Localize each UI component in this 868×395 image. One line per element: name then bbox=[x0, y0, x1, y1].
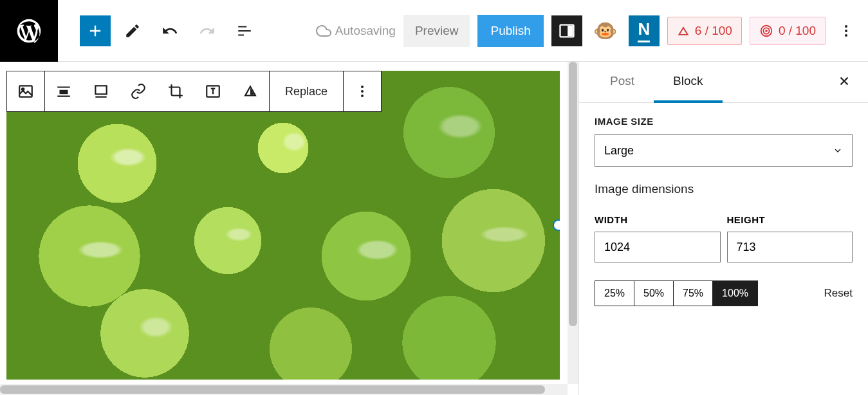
seo-score-badge[interactable]: 6 / 100 bbox=[667, 17, 742, 45]
height-input[interactable] bbox=[727, 232, 853, 262]
height-label: HEIGHT bbox=[727, 214, 853, 225]
svg-point-13 bbox=[361, 86, 364, 88]
image-size-select[interactable]: Large bbox=[595, 134, 853, 167]
reset-button[interactable]: Reset bbox=[824, 287, 853, 300]
duotone-button[interactable] bbox=[232, 71, 269, 111]
horizontal-scrollbar[interactable] bbox=[0, 384, 568, 395]
settings-sidebar-toggle[interactable] bbox=[551, 15, 582, 46]
chevron-down-icon bbox=[833, 145, 843, 156]
svg-point-6 bbox=[845, 30, 847, 32]
n-plugin-button[interactable]: N bbox=[629, 15, 660, 46]
text-overlay-button[interactable] bbox=[194, 71, 232, 111]
percent-75[interactable]: 75% bbox=[674, 281, 713, 306]
image-size-label: IMAGE SIZE bbox=[595, 116, 853, 127]
caption-button[interactable] bbox=[82, 71, 120, 111]
percent-button-group: 25% 50% 75% 100% bbox=[595, 280, 758, 306]
monkey-icon[interactable]: 🐵 bbox=[590, 15, 621, 46]
block-toolbar: Replace bbox=[6, 71, 382, 112]
more-options-button[interactable] bbox=[833, 15, 859, 46]
publish-button[interactable]: Publish bbox=[477, 15, 543, 47]
svg-point-4 bbox=[766, 30, 767, 32]
svg-point-5 bbox=[845, 25, 847, 28]
svg-point-7 bbox=[845, 34, 847, 37]
wordpress-logo[interactable] bbox=[0, 0, 58, 62]
dimensions-heading: Image dimensions bbox=[595, 182, 853, 196]
width-input[interactable] bbox=[595, 232, 721, 262]
resize-handle[interactable] bbox=[553, 219, 560, 231]
crop-button[interactable] bbox=[157, 71, 194, 111]
readability-score-badge[interactable]: 0 / 100 bbox=[750, 17, 826, 45]
percent-50[interactable]: 50% bbox=[634, 281, 674, 306]
replace-button[interactable]: Replace bbox=[270, 71, 343, 111]
svg-point-15 bbox=[361, 95, 364, 97]
edit-icon[interactable] bbox=[117, 15, 148, 46]
autosaving-status: Autosaving bbox=[316, 23, 396, 39]
image-block[interactable] bbox=[6, 71, 560, 380]
svg-point-14 bbox=[361, 90, 364, 93]
undo-button[interactable] bbox=[154, 15, 185, 46]
width-label: WIDTH bbox=[595, 214, 721, 225]
list-view-button[interactable] bbox=[229, 15, 260, 46]
preview-button[interactable]: Preview bbox=[403, 15, 470, 47]
link-button[interactable] bbox=[120, 71, 157, 111]
percent-100[interactable]: 100% bbox=[713, 281, 757, 306]
close-sidebar-button[interactable] bbox=[832, 69, 856, 96]
block-type-icon[interactable] bbox=[7, 71, 44, 111]
svg-rect-10 bbox=[95, 86, 106, 94]
svg-rect-1 bbox=[568, 25, 573, 35]
percent-25[interactable]: 25% bbox=[595, 281, 634, 306]
tab-post[interactable]: Post bbox=[591, 62, 654, 103]
add-block-button[interactable] bbox=[80, 15, 111, 46]
tab-block[interactable]: Block bbox=[654, 62, 722, 103]
block-more-button[interactable] bbox=[344, 71, 381, 111]
align-button[interactable] bbox=[45, 71, 82, 111]
vertical-scrollbar[interactable] bbox=[568, 62, 578, 384]
redo-button bbox=[192, 15, 223, 46]
